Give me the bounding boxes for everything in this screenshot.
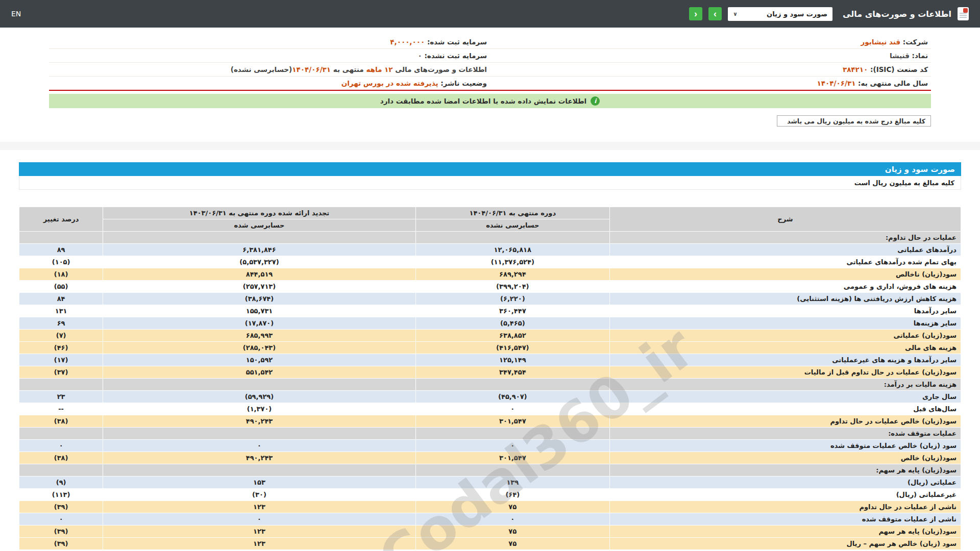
- signed-match-text: اطلاعات نمایش داده شده با اطلاعات امضا ش…: [380, 97, 587, 105]
- company-info-cell: کد صنعت (ISIC): ۳۸۴۲۱۰: [490, 63, 931, 77]
- row-current-value: [415, 464, 609, 477]
- row-change-percent: (۳۸): [19, 415, 103, 428]
- info-field-label: سرمایه ثبت شده:: [425, 38, 487, 46]
- row-change-percent: (۱۷): [19, 354, 103, 366]
- row-current-value: ۶۸۹,۲۹۴: [415, 268, 609, 281]
- row-current-value: ۳۴۷,۴۵۴: [415, 366, 609, 379]
- row-prior-value: ۶,۳۸۱,۸۴۶: [103, 244, 416, 256]
- company-info-row: شرکت: قند نیشابورسرمایه ثبت شده: ۴,۰۰۰,۰…: [49, 35, 931, 49]
- unit-note-box-text: کلیه مبالغ درج شده به میلیون ریال می باش…: [787, 117, 925, 125]
- row-label: سود(زیان) خالص: [609, 452, 961, 464]
- row-prior-value: (۵۹,۹۲۹): [103, 391, 416, 403]
- info-text-segment: اطلاعات و صورت‌های مالی: [393, 65, 487, 73]
- row-current-value: [415, 232, 609, 244]
- row-prior-value: ۸۴۴,۵۱۹: [103, 268, 416, 281]
- row-change-percent: (۳۹): [19, 501, 103, 513]
- income-data-row: سایر هزینه‌ها(۵,۴۶۵)(۱۷,۸۷۰)۶۹: [19, 317, 961, 330]
- row-change-percent: (۳۷): [19, 366, 103, 379]
- row-change-percent: (۳۹): [19, 525, 103, 538]
- income-table-body: عملیات در حال تداوم:درآمدهای عملیاتی۱۲,۰…: [19, 232, 961, 551]
- statement-title-bar: صورت سود و زیان: [19, 162, 961, 176]
- company-info-row: کد صنعت (ISIC): ۳۸۴۲۱۰اطلاعات و صورت‌های…: [49, 63, 931, 77]
- income-data-row: سود(زیان) ناخالص۶۸۹,۲۹۴۸۴۴,۵۱۹(۱۸): [19, 268, 961, 281]
- report-type-select[interactable]: صورت سود و زیان ∨: [728, 7, 832, 21]
- company-info-cell: اطلاعات و صورت‌های مالی ۱۲ ماهه منتهی به…: [49, 63, 490, 77]
- row-label: سایر هزینه‌ها: [609, 317, 961, 330]
- next-report-button[interactable]: ‹: [708, 7, 722, 20]
- info-field-value: پذیرفته شده در بورس تهران: [341, 79, 438, 87]
- income-data-row: عملیاتی (ریال)۱۳۹۱۵۳(۹): [19, 477, 961, 489]
- row-label: هزینه مالیات بر درآمد:: [609, 379, 961, 391]
- row-change-percent: (۹): [19, 477, 103, 489]
- row-prior-value: ۱۵۰,۵۹۲: [103, 354, 416, 366]
- income-data-row: سود (زیان) خالص عملیات متوقف شده۰۰۰: [19, 440, 961, 452]
- row-change-percent: ۰: [19, 440, 103, 452]
- unit-note-box: کلیه مبالغ درج شده به میلیون ریال می باش…: [777, 115, 931, 127]
- row-label: سود(زیان) عملیات در حال تداوم قبل از مال…: [609, 366, 961, 379]
- info-field-label: سال مالی منتهی به:: [855, 79, 928, 87]
- row-current-value: (۳۹۹,۲۰۴): [415, 281, 609, 293]
- income-data-row: سال جاری(۴۵,۹۰۷)(۵۹,۹۲۹)۲۳: [19, 391, 961, 403]
- income-section-row: عملیات در حال تداوم:: [19, 232, 961, 244]
- income-data-row: ناشی از عملیات متوقف شده۰۰۰: [19, 513, 961, 525]
- info-field-value: ۱۴۰۴/۰۶/۳۱: [817, 79, 856, 87]
- row-current-value: (۵,۴۶۵): [415, 317, 609, 330]
- income-section-row: هزینه مالیات بر درآمد:: [19, 379, 961, 391]
- statement-title: صورت سود و زیان: [885, 165, 955, 174]
- row-prior-value: ۰: [103, 440, 416, 452]
- row-prior-value: [103, 428, 416, 440]
- row-prior-value: (۵,۵۳۷,۳۲۷): [103, 256, 416, 268]
- row-prior-value: ۱۵۵,۷۳۱: [103, 305, 416, 317]
- col-header-change: درصد تغییر: [19, 207, 103, 232]
- row-label: سود(زیان) ناخالص: [609, 268, 961, 281]
- row-current-value: ۳۰۱,۵۴۷: [415, 452, 609, 464]
- row-current-value: ۳۰۱,۵۴۷: [415, 415, 609, 428]
- row-current-value: ۷۵: [415, 525, 609, 538]
- row-change-percent: (۵۵): [19, 281, 103, 293]
- row-label: بهای تمام شده درآمدهای عملیاتی: [609, 256, 961, 268]
- col-header-prior-period: تجدید ارائه شده دوره منتهی به ۱۴۰۳/۰۶/۳۱: [103, 207, 416, 219]
- row-label: سود(زیان) پایه هر سهم: [609, 525, 961, 538]
- income-data-row: بهای تمام شده درآمدهای عملیاتی(۱۱,۳۷۶,۵۲…: [19, 256, 961, 268]
- row-change-percent: ۶۹: [19, 317, 103, 330]
- prev-report-button[interactable]: ›: [689, 7, 702, 20]
- row-prior-value: ۴۹۰,۲۴۳: [103, 452, 416, 464]
- row-change-percent: ۸۹: [19, 244, 103, 256]
- row-label: سود(زیان) عملیاتی: [609, 330, 961, 342]
- income-data-row: سود(زیان) عملیات در حال تداوم قبل از مال…: [19, 366, 961, 379]
- income-data-row: سود(زیان) خالص عملیات در حال تداوم۳۰۱,۵۴…: [19, 415, 961, 428]
- row-current-value: (۶,۲۲۰): [415, 293, 609, 305]
- row-label: عملیات متوقف شده:: [609, 428, 961, 440]
- income-statement-table: شرح دوره منتهی به ۱۴۰۴/۰۶/۳۱ تجدید ارائه…: [19, 207, 961, 551]
- row-change-percent: (۷): [19, 330, 103, 342]
- row-prior-value: (۳۰): [103, 489, 416, 501]
- info-field-label: کد صنعت (ISIC):: [868, 65, 928, 73]
- row-current-value: ۷۵: [415, 538, 609, 550]
- row-label: سود(زیان) خالص عملیات در حال تداوم: [609, 415, 961, 428]
- company-info-body: شرکت: قند نیشابورسرمایه ثبت شده: ۴,۰۰۰,۰…: [49, 35, 931, 90]
- row-change-percent: (۱۸): [19, 268, 103, 281]
- language-toggle[interactable]: EN: [11, 10, 21, 18]
- row-current-value: ۶۳۸,۸۵۲: [415, 330, 609, 342]
- income-data-row: ناشی از عملیات در حال تداوم۷۵۱۲۳(۳۹): [19, 501, 961, 513]
- row-label: درآمدهای عملیاتی: [609, 244, 961, 256]
- row-label: عملیات در حال تداوم:: [609, 232, 961, 244]
- info-text-segment: (حسابرسی نشده): [231, 65, 292, 73]
- col-subheader-current-audit: حسابرسی نشده: [415, 219, 609, 232]
- row-change-percent: ۰: [19, 513, 103, 525]
- company-info-section: شرکت: قند نیشابورسرمایه ثبت شده: ۴,۰۰۰,۰…: [49, 35, 931, 91]
- income-data-row: غیرعملیاتی (ریال)(۶۴)(۳۰)(۱۱۳): [19, 489, 961, 501]
- row-label: سال‌های قبل: [609, 403, 961, 415]
- row-prior-value: ۰: [103, 513, 416, 525]
- row-current-value: (۱۱,۳۷۶,۵۲۴): [415, 256, 609, 268]
- col-header-description: شرح: [609, 207, 961, 232]
- row-label: سایر درآمدها و هزینه های غیرعملیاتی: [609, 354, 961, 366]
- row-prior-value: [103, 379, 416, 391]
- row-current-value: ۱۳۹: [415, 477, 609, 489]
- row-change-percent: (۳۸): [19, 452, 103, 464]
- row-prior-value: (۱۷,۸۷۰): [103, 317, 416, 330]
- row-label: سایر درآمدها: [609, 305, 961, 317]
- chevron-down-icon: ∨: [733, 11, 738, 17]
- row-current-value: (۶۴): [415, 489, 609, 501]
- col-subheader-prior-audit: حسابرسی شده: [103, 219, 416, 232]
